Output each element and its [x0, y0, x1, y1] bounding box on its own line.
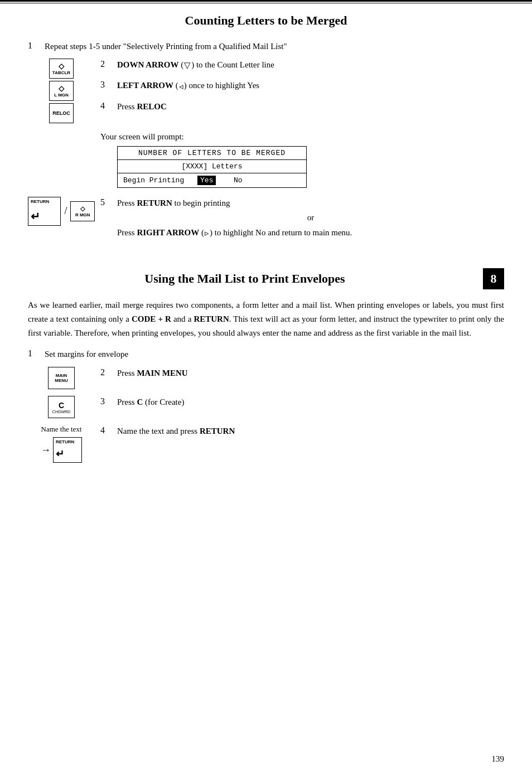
step-4-number: 4 [100, 100, 117, 111]
mainmenu-line2: MENU [55, 378, 68, 383]
steps-column-top: 2 DOWN ARROW (▽) to the Count Letter lin… [100, 59, 504, 119]
no-label: No [234, 176, 243, 185]
content-area: Counting Letters to be Merged 1 Repeat s… [0, 13, 532, 486]
step-1-number: 1 [28, 40, 45, 51]
or-text: or [117, 211, 504, 224]
lmgn-diamond: ◇ [59, 84, 64, 93]
s8-step-1-content: Set margins for envelope [45, 348, 504, 361]
c-key[interactable]: C CHGWRD [48, 396, 75, 418]
step-5-number: 5 [100, 197, 117, 207]
s8-step-2-col: 2 Press MAIN MENU [100, 367, 504, 385]
s8-step-3-number: 3 [100, 396, 117, 406]
s8-step-3-block: C CHGWRD 3 Press C (for Create) [28, 396, 504, 418]
tabclr-key[interactable]: ◇ TABCLR [49, 59, 74, 79]
screen-row-1: NUMBER OF LETTERS TO BE MERGED [118, 147, 306, 160]
step-3-row: 3 LEFT ARROW (◃) once to highlight Yes [100, 79, 504, 93]
step-2-content: DOWN ARROW (▽) to the Count Letter line [117, 59, 504, 72]
step-2-number: 2 [100, 59, 117, 69]
step-5-content: Press RETURN to begin printing or Press … [117, 197, 504, 240]
rmgn-diamond: ◇ [80, 205, 85, 212]
return-arrow-name-icon: ↵ [56, 448, 64, 460]
step-1-content: Repeat steps 1-5 under "Selectively Prin… [45, 40, 504, 53]
step-4-row: 4 Press RELOC [100, 100, 504, 113]
screen-prompt-box: NUMBER OF LETTERS TO BE MERGED [XXXX] Le… [117, 146, 307, 188]
keys-column-top: ◇ TABCLR ◇ L MGN RELOC [28, 59, 95, 125]
section8-title: Using the Mail List to Print Envelopes [28, 272, 483, 286]
s8-step-4-row: 4 Name the text and press RETURN [100, 425, 504, 438]
section-divider [28, 251, 504, 268]
rmgn-key[interactable]: ◇ R MGN [70, 201, 95, 221]
step-1-row: 1 Repeat steps 1-5 under "Selectively Pr… [28, 40, 504, 53]
section8-body: As we learned earlier, mail merge requir… [28, 298, 504, 340]
s8-step-3-col: 3 Press C (for Create) [100, 396, 504, 414]
s8-step-3-row: 3 Press C (for Create) [100, 396, 504, 409]
step-4-content: Press RELOC [117, 100, 504, 113]
return-key-name[interactable]: RETURN ↵ [53, 437, 82, 463]
c-key-label: C [59, 401, 64, 410]
s8-step-3-content: Press C (for Create) [117, 396, 504, 409]
begin-printing-label: Begin Printing [123, 176, 184, 185]
reloc-key[interactable]: RELOC [49, 103, 74, 123]
s8-step-4-number: 4 [100, 425, 117, 435]
s8-keys-c: C CHGWRD [28, 396, 95, 418]
s8-step-4-col: 4 Name the text and press RETURN [100, 425, 504, 443]
s8-step-2-row: 2 Press MAIN MENU [100, 367, 504, 380]
screen-row-3: Begin Printing Yes No [118, 173, 306, 187]
return-key-large[interactable]: RETURN ↵ [28, 197, 61, 226]
return-arrow-icon: ↵ [31, 210, 40, 223]
steps-column-5: 5 Press RETURN to begin printing or Pres… [100, 197, 504, 245]
down-arrow-icon: ▽ [184, 59, 191, 72]
reloc-label: RELOC [52, 110, 70, 116]
s8-step-4-content: Name the text and press RETURN [117, 425, 504, 438]
top-border [0, 0, 532, 3]
s8-step-4-block: Name the text → RETURN ↵ 4 Name the text… [28, 425, 504, 463]
s8-step-2-content: Press MAIN MENU [117, 367, 504, 380]
screen-row-2: [XXXX] Letters [118, 160, 306, 173]
s8-keys-nametext: Name the text → RETURN ↵ [28, 425, 95, 463]
slash-separator: / [64, 205, 67, 217]
prompt-label: Your screen will prompt: [100, 132, 504, 142]
c-key-sub: CHGWRD [52, 410, 70, 414]
step-3-content: LEFT ARROW (◃) once to highlight Yes [117, 79, 504, 93]
tabclr-diamond: ◇ [59, 62, 64, 70]
return-label-name: RETURN [56, 439, 74, 444]
s8-keys-mainmenu: MAIN MENU [28, 367, 95, 389]
right-arrow-icon: ▹ [205, 227, 209, 240]
name-the-text-area: Name the text → RETURN ↵ [41, 425, 82, 463]
lmgn-key[interactable]: ◇ L MGN [49, 81, 74, 101]
page: Counting Letters to be Merged 1 Repeat s… [0, 0, 532, 775]
step-2-row: 2 DOWN ARROW (▽) to the Count Letter lin… [100, 59, 504, 72]
lmgn-label: L MGN [54, 93, 69, 98]
page-number: 139 [492, 754, 505, 764]
mainmenu-line1: MAIN [56, 373, 67, 378]
mainmenu-key[interactable]: MAIN MENU [48, 367, 75, 389]
step-5-block: RETURN ↵ / ◇ R MGN 5 Press RETURN to beg… [28, 197, 504, 245]
section8-badge: 8 [483, 268, 504, 289]
left-arrow-icon: ◃ [179, 80, 183, 93]
s8-step-1-number: 1 [28, 348, 45, 359]
s8-step-1-row: 1 Set margins for envelope [28, 348, 504, 361]
return-key-label: RETURN [31, 199, 49, 204]
section8-header: Using the Mail List to Print Envelopes 8 [28, 268, 504, 289]
keys-column-return: RETURN ↵ / ◇ R MGN [28, 197, 95, 226]
rmgn-label: R MGN [75, 212, 90, 217]
section-title-counting: Counting Letters to be Merged [28, 13, 504, 28]
arrow-right-icon: → [41, 444, 51, 456]
s8-step-2-number: 2 [100, 367, 117, 377]
yes-highlight: Yes [197, 176, 216, 185]
tabclr-label: TABCLR [52, 70, 70, 75]
s8-step-2-block: MAIN MENU 2 Press MAIN MENU [28, 367, 504, 389]
name-the-text-label: Name the text [41, 425, 82, 434]
step-5-row: 5 Press RETURN to begin printing or Pres… [100, 197, 504, 240]
steps-2-3-4-block: ◇ TABCLR ◇ L MGN RELOC 2 [28, 59, 504, 125]
step-3-number: 3 [100, 79, 117, 90]
